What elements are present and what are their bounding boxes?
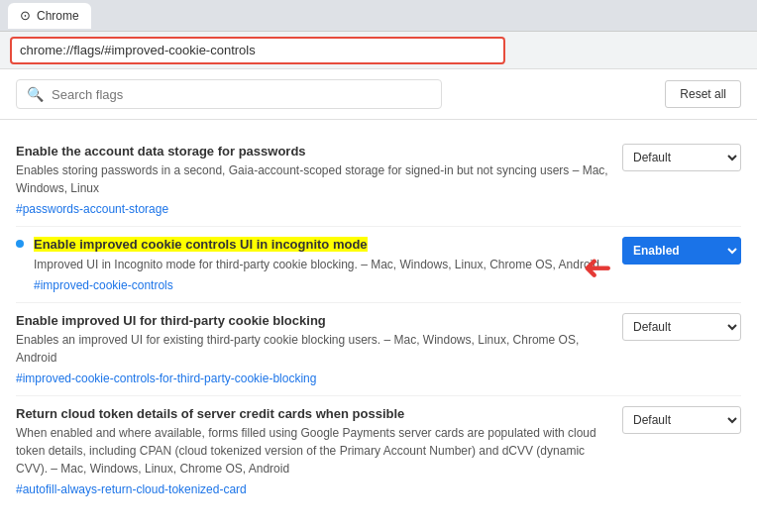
flag-4-desc: When enabled and where available, forms … [16, 424, 612, 478]
flag-1-header: Enable the account data storage for pass… [16, 144, 741, 216]
chrome-tab-icon: ⊙ [20, 8, 31, 23]
flag-4-select[interactable]: Default Enabled Disabled [622, 406, 741, 434]
chrome-tab-label: Chrome [37, 9, 79, 23]
flag-3-title: Enable improved UI for third-party cooki… [16, 313, 612, 328]
flag-3-text: Enable improved UI for third-party cooki… [16, 313, 612, 385]
flag-2-link[interactable]: #improved-cookie-controls [34, 278, 173, 292]
flag-4-text: Return cloud token details of server cre… [16, 406, 612, 496]
flag-2-text: Enable improved cookie controls UI in in… [16, 237, 612, 292]
flag-2-title: Enable improved cookie controls UI in in… [34, 237, 368, 252]
flag-3-header: Enable improved UI for third-party cooki… [16, 313, 741, 385]
flag-item-1: Enable the account data storage for pass… [16, 134, 741, 227]
address-bar: chrome://flags/#improved-cookie-controls [0, 32, 757, 69]
flags-content: Enable the account data storage for pass… [0, 120, 757, 520]
flag-1-select[interactable]: Default Enabled Disabled [622, 144, 741, 171]
flag-2-header: Enable improved cookie controls UI in in… [16, 237, 741, 292]
flag-4-title: Return cloud token details of server cre… [16, 406, 612, 421]
flag-1-text: Enable the account data storage for pass… [16, 144, 612, 216]
red-arrow-indicator: ➜ [583, 247, 612, 288]
arrow-icon: ➜ [583, 247, 612, 288]
search-input[interactable] [52, 87, 431, 102]
flag-2-desc: Improved UI in Incognito mode for third-… [34, 256, 599, 273]
tab-bar: ⊙ Chrome [0, 0, 757, 32]
flag-item-2: Enable improved cookie controls UI in in… [16, 227, 741, 303]
flag-1-desc: Enables storing passwords in a second, G… [16, 161, 612, 197]
flag-4-link[interactable]: #autofill-always-return-cloud-tokenized-… [16, 482, 247, 496]
flag-2-select[interactable]: Default Enabled Disabled [622, 237, 741, 265]
flag-1-link[interactable]: #passwords-account-storage [16, 202, 168, 216]
reset-all-button[interactable]: Reset all [665, 80, 741, 108]
flag-3-desc: Enables an improved UI for existing thir… [16, 331, 612, 367]
url-text: chrome://flags/#improved-cookie-controls [20, 43, 256, 57]
flag-item-3: Enable improved UI for third-party cooki… [16, 303, 741, 396]
url-input[interactable]: chrome://flags/#improved-cookie-controls [10, 37, 505, 64]
flag-3-select[interactable]: Default Enabled Disabled [622, 313, 741, 341]
search-bar-container: 🔍 Reset all [0, 69, 757, 120]
flag-3-link[interactable]: #improved-cookie-controls-for-third-part… [16, 372, 316, 385]
search-icon: 🔍 [27, 86, 44, 102]
flag-1-title: Enable the account data storage for pass… [16, 144, 306, 159]
search-bar: 🔍 [16, 79, 442, 109]
flag-item-4: Return cloud token details of server cre… [16, 396, 741, 506]
flag-4-header: Return cloud token details of server cre… [16, 406, 741, 496]
flag-2-dot [16, 240, 24, 248]
chrome-tab[interactable]: ⊙ Chrome [8, 3, 91, 29]
